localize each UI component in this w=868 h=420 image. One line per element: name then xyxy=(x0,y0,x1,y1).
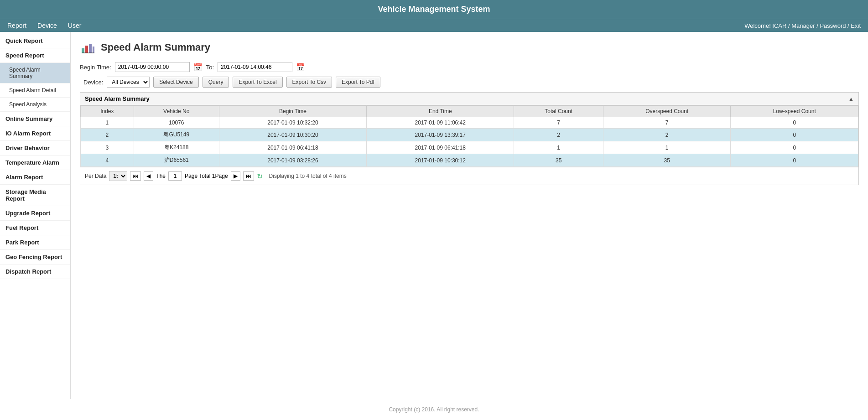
page-title-row: Speed Alarm Summary xyxy=(80,39,859,56)
begin-calendar-icon[interactable]: 📅 xyxy=(193,63,203,72)
per-data-select[interactable]: 15 xyxy=(109,171,127,181)
nav-links: Report Device User xyxy=(7,22,81,29)
the-label: The xyxy=(156,173,166,179)
sidebar-item-driver-behavior[interactable]: Driver Behavior xyxy=(0,141,70,156)
end-time-input[interactable] xyxy=(218,62,292,72)
table-cell: 4 xyxy=(81,154,134,167)
sidebar: Quick Report Speed Report Speed Alarm Su… xyxy=(0,32,71,399)
table-row: 3粤K241882017-01-09 06:41:182017-01-09 06… xyxy=(81,141,858,154)
table-cell: 0 xyxy=(731,117,858,129)
table-cell: 2017-01-09 11:06:42 xyxy=(367,117,514,129)
table-cell: 0 xyxy=(731,154,858,167)
table-cell: 3 xyxy=(81,141,134,154)
refresh-icon[interactable]: ↻ xyxy=(257,172,263,181)
table-cell: 粤GU5149 xyxy=(134,129,219,141)
table-row: 4沪D655612017-01-09 03:28:262017-01-09 10… xyxy=(81,154,858,167)
per-data-label: Per Data xyxy=(85,173,106,179)
col-end-time: End Time xyxy=(367,106,514,117)
table-row: 2粤GU51492017-01-09 10:30:202017-01-09 13… xyxy=(81,129,858,141)
table-cell: 2 xyxy=(603,129,731,141)
col-overspeed-count: Overspeed Count xyxy=(603,106,731,117)
data-table: Index Vehicle No Begin Time End Time Tot… xyxy=(80,105,858,167)
sidebar-item-speed-report[interactable]: Speed Report xyxy=(0,48,70,63)
sidebar-item-speed-alarm-detail[interactable]: Speed Alarm Detail xyxy=(0,83,70,98)
page-title: Speed Alarm Summary xyxy=(101,41,210,53)
sidebar-item-park-report[interactable]: Park Report xyxy=(0,235,70,250)
table-cell: 2 xyxy=(81,129,134,141)
page-input[interactable] xyxy=(168,171,182,181)
table-cell: 2017-01-09 10:30:12 xyxy=(367,154,514,167)
first-page-button[interactable]: ⏮ xyxy=(130,171,141,181)
sidebar-item-alarm-report[interactable]: Alarm Report xyxy=(0,170,70,185)
page-icon xyxy=(80,39,96,56)
select-device-button[interactable]: Select Device xyxy=(153,77,198,88)
table-cell: 2 xyxy=(514,129,603,141)
table-cell: 2017-01-09 06:41:18 xyxy=(367,141,514,154)
device-select[interactable]: All Devices xyxy=(107,77,150,88)
filter-bar-2: Device: All Devices Select Device Query … xyxy=(80,77,859,88)
nav-device[interactable]: Device xyxy=(37,22,57,29)
table-section: Speed Alarm Summary ▲ Index Vehicle No B… xyxy=(80,92,859,185)
device-label: Device: xyxy=(83,79,103,86)
prev-page-button[interactable]: ◀ xyxy=(144,171,153,181)
export-csv-button[interactable]: Export To Csv xyxy=(286,77,332,88)
nav-report[interactable]: Report xyxy=(7,22,26,29)
query-button[interactable]: Query xyxy=(203,77,229,88)
table-cell: 粤K24188 xyxy=(134,141,219,154)
table-section-title: Speed Alarm Summary xyxy=(85,95,150,102)
col-total-count: Total Count xyxy=(514,106,603,117)
sidebar-item-geo-fencing-report[interactable]: Geo Fencing Report xyxy=(0,250,70,264)
nav-user[interactable]: User xyxy=(68,22,82,29)
table-cell: 35 xyxy=(514,154,603,167)
svg-rect-3 xyxy=(93,47,94,53)
begin-time-input[interactable] xyxy=(115,62,190,72)
table-cell: 2017-01-09 10:32:20 xyxy=(219,117,366,129)
table-cell: 2017-01-09 06:41:18 xyxy=(219,141,366,154)
sidebar-item-temperature-alarm[interactable]: Temperature Alarm xyxy=(0,156,70,170)
col-index: Index xyxy=(81,106,134,117)
col-begin-time: Begin Time xyxy=(219,106,366,117)
collapse-icon[interactable]: ▲ xyxy=(848,96,854,102)
begin-time-label: Begin Time: xyxy=(80,64,111,71)
to-label: To: xyxy=(206,64,214,71)
export-excel-button[interactable]: Export To Excel xyxy=(233,77,282,88)
footer-text: Copyright (c) 2016. All right reserved. xyxy=(389,406,479,413)
svg-rect-1 xyxy=(85,46,88,53)
sidebar-item-upgrade-report[interactable]: Upgrade Report xyxy=(0,206,70,221)
export-pdf-button[interactable]: Export To Pdf xyxy=(336,77,380,88)
table-cell: 35 xyxy=(603,154,731,167)
table-row: 1100762017-01-09 10:32:202017-01-09 11:0… xyxy=(81,117,858,129)
filter-bar: Begin Time: 📅 To: 📅 xyxy=(80,62,859,72)
sidebar-item-storage-media-report[interactable]: Storage Media Report xyxy=(0,185,70,206)
table-cell: 1 xyxy=(514,141,603,154)
table-cell: 2017-01-09 13:39:17 xyxy=(367,129,514,141)
sidebar-item-speed-alarm-summary[interactable]: Speed Alarm Summary xyxy=(0,63,70,83)
total-label: Page Total 1Page xyxy=(185,173,228,179)
sidebar-item-quick-report[interactable]: Quick Report xyxy=(0,34,70,48)
table-cell: 2017-01-09 10:30:20 xyxy=(219,129,366,141)
content-area: Speed Alarm Summary Begin Time: 📅 To: 📅 … xyxy=(71,32,868,399)
sidebar-item-io-alarm-report[interactable]: IO Alarm Report xyxy=(0,126,70,141)
sidebar-item-online-summary[interactable]: Online Summary xyxy=(0,112,70,126)
main-nav: Report Device User Welcome! ICAR / Manag… xyxy=(0,19,868,32)
col-low-speed-count: Low-speed Count xyxy=(731,106,858,117)
main-layout: Quick Report Speed Report Speed Alarm Su… xyxy=(0,32,868,399)
last-page-button[interactable]: ⏭ xyxy=(243,171,254,181)
table-cell: 7 xyxy=(603,117,731,129)
table-section-header: Speed Alarm Summary ▲ xyxy=(80,93,858,105)
display-info: Displaying 1 to 4 total of 4 items xyxy=(269,173,347,179)
col-vehicle-no: Vehicle No xyxy=(134,106,219,117)
app-title: Vehicle Management System xyxy=(0,0,868,19)
table-cell: 沪D65561 xyxy=(134,154,219,167)
next-page-button[interactable]: ▶ xyxy=(231,171,240,181)
footer: Copyright (c) 2016. All right reserved. xyxy=(0,399,868,420)
sidebar-item-speed-analysis[interactable]: Speed Analysis xyxy=(0,98,70,112)
sidebar-item-dispatch-report[interactable]: Dispatch Report xyxy=(0,264,70,279)
sidebar-item-fuel-report[interactable]: Fuel Report xyxy=(0,221,70,235)
table-cell: 1 xyxy=(81,117,134,129)
table-cell: 2017-01-09 03:28:26 xyxy=(219,154,366,167)
table-cell: 7 xyxy=(514,117,603,129)
table-cell: 0 xyxy=(731,129,858,141)
welcome-text: Welcome! ICAR / Manager / Password / Exi… xyxy=(744,22,861,29)
end-calendar-icon[interactable]: 📅 xyxy=(296,63,305,72)
